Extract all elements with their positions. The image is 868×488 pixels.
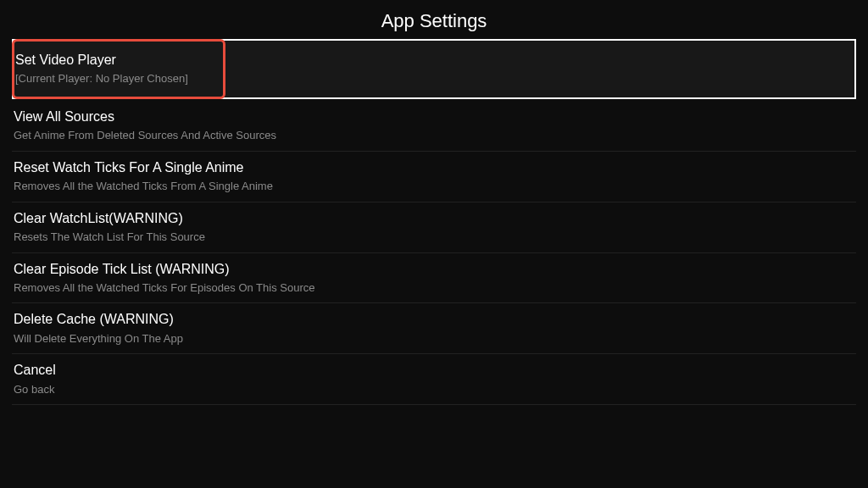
- setting-item-title: Cancel: [14, 361, 854, 380]
- setting-item-6[interactable]: CancelGo back: [12, 354, 856, 405]
- setting-item-subtitle: Go back: [14, 381, 854, 398]
- setting-item-title: Clear WatchList(WARNING): [14, 209, 854, 228]
- setting-item-title: Reset Watch Ticks For A Single Anime: [14, 158, 854, 177]
- setting-item-3[interactable]: Clear WatchList(WARNING)Resets The Watch…: [12, 202, 856, 253]
- setting-item-subtitle: Get Anime From Deleted Sources And Activ…: [14, 127, 854, 144]
- setting-item-title: Delete Cache (WARNING): [14, 310, 854, 329]
- setting-item-title: Clear Episode Tick List (WARNING): [14, 260, 854, 279]
- setting-item-title: Set Video Player: [15, 51, 853, 69]
- page-title: App Settings: [0, 0, 868, 39]
- setting-item-5[interactable]: Delete Cache (WARNING)Will Delete Everyt…: [12, 303, 856, 354]
- setting-item-1[interactable]: View All SourcesGet Anime From Deleted S…: [12, 101, 856, 152]
- setting-item-subtitle: [Current Player: No Player Chosen]: [15, 70, 853, 87]
- setting-item-4[interactable]: Clear Episode Tick List (WARNING)Removes…: [12, 253, 856, 304]
- setting-item-0[interactable]: Set Video Player[Current Player: No Play…: [12, 39, 856, 99]
- setting-item-2[interactable]: Reset Watch Ticks For A Single AnimeRemo…: [12, 152, 856, 202]
- setting-item-subtitle: Removes All the Watched Ticks For Episod…: [14, 280, 854, 297]
- setting-item-title: View All Sources: [14, 108, 854, 126]
- setting-item-subtitle: Resets The Watch List For This Source: [14, 229, 854, 246]
- setting-item-subtitle: Removes All the Watched Ticks From A Sin…: [14, 178, 854, 195]
- settings-list: Set Video Player[Current Player: No Play…: [0, 39, 868, 405]
- setting-item-subtitle: Will Delete Everything On The App: [14, 330, 854, 347]
